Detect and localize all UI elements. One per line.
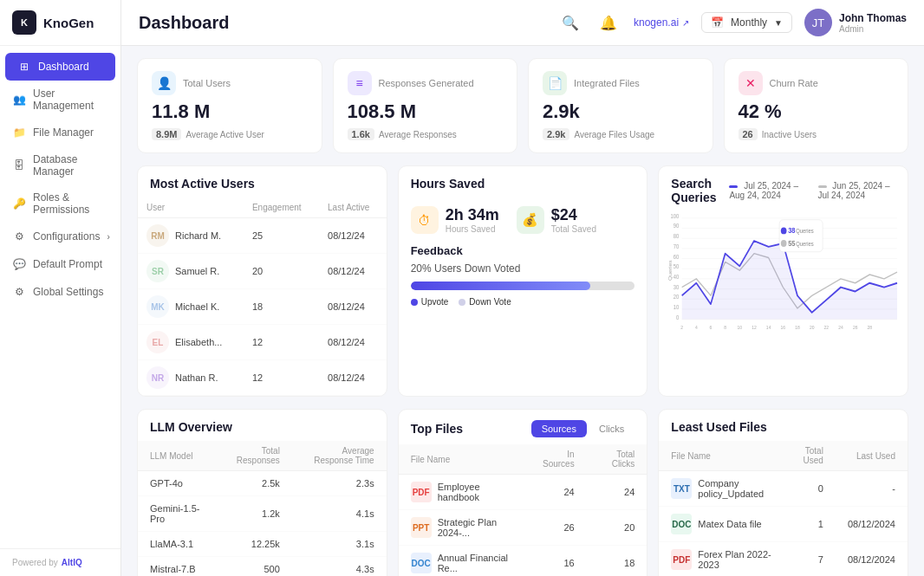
tab-sources[interactable]: Sources xyxy=(531,420,587,437)
lf-total-used: 7 xyxy=(786,542,836,577)
sidebar-item-label: File Manager xyxy=(33,126,94,139)
lf-name-cell: TXT Company policy_Updated xyxy=(659,471,786,507)
sidebar-footer: Powered by AltIQ xyxy=(0,548,120,576)
lf-total-used: 0 xyxy=(786,471,836,507)
user-details: John Thomas Admin xyxy=(839,12,907,34)
sidebar-item-configurations[interactable]: ⚙ Configurations › xyxy=(0,223,120,250)
file-manager-icon: 📁 xyxy=(12,126,26,139)
sidebar-item-default-prompt[interactable]: 💬 Default Prompt xyxy=(0,250,120,278)
sidebar-item-roles-permissions[interactable]: 🔑 Roles & Permissions xyxy=(0,184,120,223)
sidebar-item-database-manager[interactable]: 🗄 Database Manager xyxy=(0,146,120,184)
svg-text:Queries: Queries xyxy=(797,228,814,236)
user-management-icon: 👥 xyxy=(12,93,26,107)
llm-model: GPT-4o xyxy=(138,471,213,496)
table-row: EL Elisabeth... 12 08/12/24 xyxy=(138,325,387,360)
top-files-header: Top Files Sources Clicks xyxy=(399,410,647,444)
bottom-row: LLM Overview LLM Model Total Responses A… xyxy=(137,409,908,576)
files-col-clicks: Total Clicks xyxy=(587,444,647,475)
file-icon: PDF xyxy=(411,482,432,502)
churn-icon: ✕ xyxy=(739,71,763,95)
user-avatar: RM xyxy=(146,224,169,247)
sidebar-item-user-management[interactable]: 👥 User Management xyxy=(0,81,120,119)
svg-text:12: 12 xyxy=(752,325,758,330)
downvote-dot xyxy=(459,299,465,306)
table-row: PPT Strategic Plan 2024-... 26 20 xyxy=(399,510,647,546)
feedback-label: Users Down Voted xyxy=(434,262,520,275)
file-in-sources: 26 xyxy=(524,510,587,546)
notification-icon[interactable]: 🔔 xyxy=(595,10,621,36)
content-area: 👤 Total Users 11.8 M 8.9M Average Active… xyxy=(121,46,924,576)
user-info: JT John Thomas Admin xyxy=(804,9,907,36)
stat-label: Churn Rate xyxy=(770,78,818,88)
month-selector[interactable]: 📅 Monthly ▼ xyxy=(701,12,792,33)
svg-text:60: 60 xyxy=(673,253,680,260)
chart-title: Search Queries xyxy=(671,177,729,204)
downvote-label: Down Vote xyxy=(469,297,511,307)
sidebar-item-dashboard[interactable]: ⊞ Dashboard xyxy=(5,53,115,81)
hours-content: ⏱ 2h 34m Hours Saved 💰 $24 Total Saved xyxy=(399,197,647,315)
user-last-active: 08/12/24 xyxy=(319,289,387,325)
roles-icon: 🔑 xyxy=(12,197,26,210)
lf-name-cell: DOC Matex Data file xyxy=(659,507,786,542)
llm-model: Gemini-1.5-Pro xyxy=(138,496,213,532)
stat-card-churn: ✕ Churn Rate 42 % 26 Inactive Users xyxy=(724,58,909,153)
progress-bar xyxy=(411,282,635,290)
stat-header: ≡ Responses Generated xyxy=(348,71,504,95)
avatar: JT xyxy=(804,9,832,36)
llm-responses: 12.25k xyxy=(213,532,292,557)
least-used-files-card: Least Used Files File Name Total Used La… xyxy=(658,409,908,576)
table-row: SR Samuel R. 20 08/12/24 xyxy=(138,254,387,289)
money-icon: 💰 xyxy=(517,206,544,234)
svg-text:20: 20 xyxy=(673,294,680,301)
stat-sub: 8.9M Average Active User xyxy=(152,128,308,140)
most-active-users-title: Most Active Users xyxy=(138,166,387,197)
external-link[interactable]: knogen.ai ↗ xyxy=(634,16,689,29)
svg-text:Queries: Queries xyxy=(667,260,673,281)
lf-col-last: Last Used xyxy=(836,441,908,471)
sidebar-item-global-settings[interactable]: ⚙ Global Settings xyxy=(0,278,120,306)
llm-avg-time: 4.1s xyxy=(292,496,387,532)
sidebar-item-file-manager[interactable]: 📁 File Manager xyxy=(0,119,120,146)
stat-header: 👤 Total Users xyxy=(152,71,308,95)
previous-label: Jun 25, 2024 – Jul 24, 2024 xyxy=(818,181,890,200)
llm-responses: 1.2k xyxy=(213,496,292,532)
lf-file-name: Matex Data file xyxy=(698,519,761,529)
table-row: DOC Annual Financial Re... 16 18 xyxy=(399,546,647,577)
lf-col-name: File Name xyxy=(659,441,786,471)
file-name: Strategic Plan 2024-... xyxy=(438,517,512,538)
feedback-percentage: 20% xyxy=(411,262,432,275)
queries-chart-svg: 100 90 80 70 60 50 40 30 20 10 0 Queries xyxy=(667,211,899,338)
col-user: User xyxy=(138,197,244,218)
hours-label: Hours Saved xyxy=(446,224,499,234)
stat-sub-label: Average Responses xyxy=(379,130,457,139)
hours-row: ⏱ 2h 34m Hours Saved 💰 $24 Total Saved xyxy=(411,206,635,234)
files-col-sources: In Sources xyxy=(524,444,587,475)
user-last-active: 08/12/24 xyxy=(319,325,387,360)
svg-text:55: 55 xyxy=(788,239,796,248)
llm-overview-card: LLM Overview LLM Model Total Responses A… xyxy=(137,409,387,576)
stat-header: 📄 Integrated Files xyxy=(543,71,699,95)
sidebar-item-label: Database Manager xyxy=(33,153,108,178)
external-link-icon: ↗ xyxy=(682,18,689,28)
svg-text:Queries: Queries xyxy=(797,240,814,248)
responses-icon: ≡ xyxy=(348,71,372,95)
table-row: LlaMA-3.1 12.25k 3.1s xyxy=(138,532,387,557)
svg-text:0: 0 xyxy=(676,314,680,320)
tab-clicks[interactable]: Clicks xyxy=(589,420,634,437)
table-row: TXT Company policy_Updated 0 - xyxy=(659,471,908,507)
chevron-down-icon: ▼ xyxy=(774,18,783,28)
svg-text:90: 90 xyxy=(673,223,680,230)
search-icon[interactable]: 🔍 xyxy=(557,10,583,36)
prompt-icon: 💬 xyxy=(12,257,26,271)
user-last-active: 08/12/24 xyxy=(319,218,387,254)
lf-name-cell: PDF Forex Plan 2022-2023 xyxy=(659,542,786,577)
clock-icon: ⏱ xyxy=(411,206,439,234)
stat-sub: 1.6k Average Responses xyxy=(348,128,504,140)
llm-avg-time: 2.3s xyxy=(292,471,387,496)
table-row: PDF Employee handbook 24 24 xyxy=(399,475,647,510)
footer-powered-by: Powered by xyxy=(12,558,58,567)
sidebar-logo: K KnoGen xyxy=(0,0,120,46)
money-item: 💰 $24 Total Saved xyxy=(517,206,596,234)
month-selector-label: Monthly xyxy=(731,16,767,29)
stat-sub: 26 Inactive Users xyxy=(739,128,895,140)
